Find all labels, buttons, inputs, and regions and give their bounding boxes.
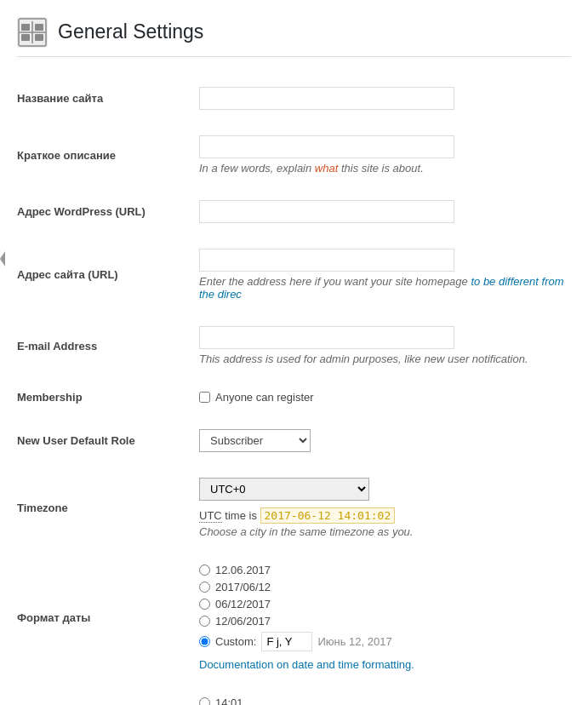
date-format-row: Формат даты 12.06.2017 2017/06/12 (17, 551, 571, 684)
settings-icon (17, 17, 48, 48)
utc-abbr: UTC (199, 509, 222, 523)
left-arrow-indicator (0, 251, 5, 267)
date-format-option-4[interactable]: 12/06/2017 (199, 615, 568, 628)
page-title: General Settings (58, 20, 203, 45)
membership-row: Membership Anyone can register (17, 378, 571, 416)
email-row: E-mail Address This address is used for … (17, 313, 571, 378)
tagline-label: Краткое описание (17, 123, 196, 187)
utc-time-display: 2017-06-12 14:01:02 (260, 507, 396, 524)
time-format-label: Формат времени (17, 684, 196, 705)
tagline-row: Краткое описание In a few words, explain… (17, 123, 571, 187)
tagline-input[interactable] (199, 135, 454, 158)
default-role-label: New User Default Role (17, 416, 196, 465)
timezone-row: Timezone UTC+0 UTC+1 UTC+2 UTC+3 UTC tim… (17, 465, 571, 551)
svg-rect-3 (35, 24, 43, 31)
membership-checkbox[interactable] (199, 392, 210, 403)
email-input[interactable] (199, 326, 454, 349)
time-format-radio-1[interactable] (199, 697, 210, 705)
date-format-radio-2[interactable] (199, 582, 210, 593)
default-role-row: New User Default Role Subscriber Contrib… (17, 416, 571, 465)
svg-rect-5 (35, 34, 43, 41)
date-format-radio-4[interactable] (199, 616, 210, 627)
membership-label: Membership (17, 378, 196, 416)
site-name-input[interactable] (199, 87, 454, 110)
page-header: General Settings (17, 17, 571, 57)
date-format-radio-custom[interactable] (199, 636, 210, 647)
date-format-label: Формат даты (17, 551, 196, 684)
email-description: This address is used for admin purposes,… (199, 352, 568, 365)
date-format-doc-link[interactable]: Documentation on date and time formattin… (199, 658, 568, 671)
date-format-option-1[interactable]: 12.06.2017 (199, 564, 568, 576)
date-format-radio-1[interactable] (199, 565, 210, 576)
tagline-what-highlight: what (315, 162, 338, 175)
wp-address-label: Адрес WordPress (URL) (17, 187, 196, 236)
time-format-group: 14:01 2:01 ПП Custom: 2:01 (199, 696, 568, 705)
date-format-group: 12.06.2017 2017/06/12 06/12/2017 12 (199, 564, 568, 651)
time-format-option-1[interactable]: 14:01 (199, 696, 568, 705)
date-format-option-3[interactable]: 06/12/2017 (199, 598, 568, 610)
site-name-row: Название сайта (17, 74, 571, 123)
time-format-row: Формат времени 14:01 2:01 ПП (17, 684, 571, 705)
wp-address-row: Адрес WordPress (URL) (17, 187, 571, 236)
email-label: E-mail Address (17, 313, 196, 378)
site-address-row: Адрес сайта (URL) Enter the address here… (17, 236, 571, 313)
timezone-select[interactable]: UTC+0 UTC+1 UTC+2 UTC+3 (199, 478, 369, 501)
wp-address-input[interactable] (199, 200, 454, 223)
tagline-description: In a few words, explain what this site i… (199, 162, 568, 175)
membership-checkbox-label[interactable]: Anyone can register (199, 391, 568, 404)
membership-checkbox-text: Anyone can register (215, 391, 314, 404)
date-format-preview: Июнь 12, 2017 (317, 635, 391, 648)
site-address-label: Адрес сайта (URL) (17, 236, 196, 313)
timezone-label: Timezone (17, 465, 196, 551)
date-format-custom-option[interactable]: Custom: (199, 635, 256, 648)
utc-label: UTC time is 2017-06-12 14:01:02 (199, 509, 395, 522)
svg-rect-4 (21, 34, 30, 41)
default-role-select[interactable]: Subscriber Contributor Author Editor Adm… (199, 429, 311, 452)
date-format-radio-3[interactable] (199, 599, 210, 610)
date-format-custom-row: Custom: Июнь 12, 2017 (199, 632, 568, 651)
date-format-option-2[interactable]: 2017/06/12 (199, 581, 568, 593)
site-address-description: Enter the address here if you want your … (199, 275, 568, 301)
date-format-custom-input[interactable] (261, 632, 312, 651)
site-name-label: Название сайта (17, 74, 196, 123)
site-address-input[interactable] (199, 249, 454, 272)
settings-form: Название сайта Краткое описание In a few… (17, 74, 571, 705)
timezone-hint: Choose a city in the same timezone as yo… (199, 525, 568, 538)
svg-rect-2 (21, 24, 30, 31)
